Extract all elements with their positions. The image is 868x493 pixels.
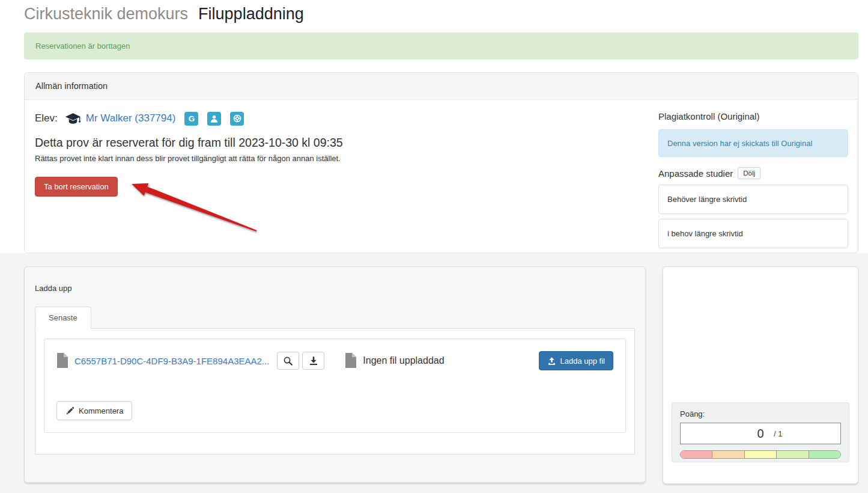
score-scale[interactable] (680, 450, 841, 459)
adapted-study-note: i behov längre skrivtid (658, 219, 848, 248)
reservation-section: Elev: Mr Walker (337794) G (35, 109, 658, 248)
general-info-title: Allmän information (35, 81, 108, 91)
scale-segment-yellow[interactable] (745, 451, 777, 458)
file-icon (56, 353, 68, 369)
page-title: Filuppladdning (198, 5, 304, 23)
score-max: / 1 (774, 423, 782, 444)
comment-button[interactable]: Kommentera (56, 401, 132, 420)
course-title: Cirkusteknik demokurs (24, 5, 188, 23)
download-icon (309, 356, 318, 366)
upload-file-button-label: Ladda upp fil (560, 357, 605, 366)
plagiarism-section: Plagiatkontroll (Ouriginal) Denna versio… (658, 109, 848, 248)
scale-segment-lightgreen[interactable] (777, 451, 809, 458)
comment-button-label: Kommentera (79, 406, 123, 415)
pencil-icon (65, 406, 74, 415)
score-card: Poäng: 0 / 1 (663, 266, 858, 484)
adapted-studies-title: Anpassade studier (658, 168, 733, 179)
success-alert-text: Reservationen är borttagen (35, 41, 130, 51)
upload-card: Ladda upp Senaste C6557B71-D90C-4DF9-B3A… (24, 266, 646, 483)
scale-segment-green[interactable] (809, 451, 840, 458)
hide-button[interactable]: Dölj (738, 167, 760, 179)
no-file-text: Ingen fil uppladdad (363, 355, 444, 366)
uploaded-file-link[interactable]: C6557B71-D90C-4DF9-B3A9-1FE894A3EAA2... (74, 356, 269, 366)
adapted-study-note-text: i behov längre skrivtid (667, 229, 743, 238)
plagiarism-title: Plagiatkontroll (Ouriginal) (658, 111, 848, 121)
remove-reservation-button[interactable]: Ta bort reservation (35, 177, 118, 197)
student-label: Elev: (35, 112, 58, 124)
upload-file-button[interactable]: Ladda upp fil (539, 351, 613, 370)
score-label: Poäng: (680, 409, 841, 418)
tab-senaste-label: Senaste (49, 313, 77, 322)
general-info-card: Allmän information Elev: Mr Walker (3377… (24, 72, 858, 253)
upload-card-title: Ladda upp (35, 284, 645, 293)
page-header: Cirkusteknik demokurs Filuppladdning (0, 0, 868, 28)
upload-tab-content: C6557B71-D90C-4DF9-B3A9-1FE894A3EAA2... (35, 329, 635, 455)
preview-file-button[interactable] (277, 352, 299, 370)
file-upload-question-box: C6557B71-D90C-4DF9-B3A9-1FE894A3EAA2... (44, 338, 626, 433)
adapted-study-note: Behöver längre skrivtid (658, 185, 848, 214)
file-actions (277, 352, 324, 370)
adapted-study-note-text: Behöver längre skrivtid (667, 195, 747, 204)
reservation-note: Rättas provet inte klart innan dess blir… (35, 154, 658, 163)
plagiarism-status-text: Denna version har ej skickats till Ourig… (667, 139, 812, 148)
adapted-studies-row: Anpassade studier Dölj (658, 167, 848, 179)
success-alert: Reservationen är borttagen (24, 32, 858, 60)
scale-segment-red[interactable] (681, 451, 712, 458)
general-info-body: Elev: Mr Walker (337794) G (25, 100, 858, 253)
student-row: Elev: Mr Walker (337794) G (35, 111, 658, 126)
download-file-button[interactable] (302, 352, 324, 370)
tab-senaste[interactable]: Senaste (35, 307, 91, 329)
upload-icon (547, 357, 556, 366)
upload-tab-bar: Senaste (35, 307, 635, 329)
life-ring-icon[interactable] (230, 112, 244, 126)
file-icon (345, 353, 357, 369)
graduation-cap-icon (65, 112, 81, 125)
search-icon (283, 356, 293, 366)
comment-row: Kommentera (56, 401, 613, 420)
reservation-heading: Detta prov är reserverat för dig fram ti… (35, 136, 658, 150)
general-info-header: Allmän information (25, 73, 858, 100)
grade-badge[interactable]: G (184, 112, 198, 126)
user-icon[interactable] (207, 112, 221, 126)
plagiarism-status-box: Denna version har ej skickats till Ourig… (658, 129, 848, 157)
file-row: C6557B71-D90C-4DF9-B3A9-1FE894A3EAA2... (56, 351, 613, 371)
questions-section: Ladda upp Senaste C6557B71-D90C-4DF9-B3A… (0, 253, 868, 493)
score-box: Poäng: 0 / 1 (672, 402, 849, 462)
score-input[interactable]: 0 / 1 (680, 423, 841, 444)
score-value: 0 (681, 423, 840, 444)
student-link[interactable]: Mr Walker (337794) (86, 112, 176, 124)
scale-segment-orange[interactable] (712, 451, 744, 458)
